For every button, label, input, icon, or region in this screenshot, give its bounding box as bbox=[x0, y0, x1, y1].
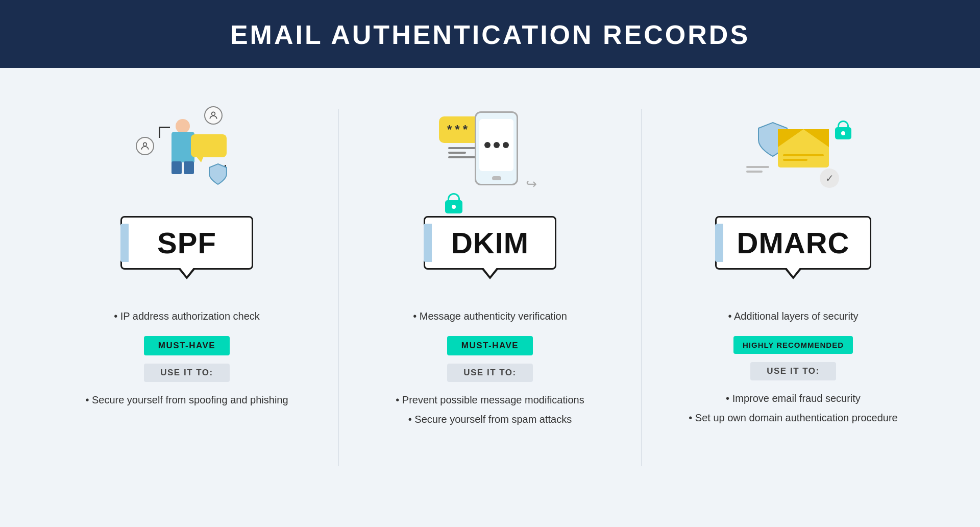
dot-1 bbox=[484, 142, 491, 148]
card-spf: SPF • IP address authorization check MUS… bbox=[41, 93, 333, 421]
dkim-use-it-to: USE IT TO: bbox=[447, 364, 532, 382]
dkim-description: • Message authenticity verification bbox=[413, 308, 567, 324]
dmarc-label: DMARC bbox=[737, 226, 850, 259]
avatar-icon bbox=[204, 106, 223, 125]
dkim-label: DKIM bbox=[451, 226, 529, 259]
bracket-tl-icon bbox=[159, 127, 170, 138]
spf-badge: MUST-HAVE bbox=[144, 336, 230, 355]
spf-label: SPF bbox=[157, 226, 216, 259]
dot-3 bbox=[503, 142, 509, 148]
dmarc-use-items: • Improve email fraud security • Set up … bbox=[689, 388, 898, 428]
dmarc-label-box: DMARC bbox=[715, 216, 872, 270]
label-accent bbox=[120, 224, 129, 262]
svg-point-1 bbox=[143, 142, 147, 146]
spf-use-it-to: USE IT TO: bbox=[144, 364, 229, 382]
speech-bubble-yellow bbox=[191, 134, 227, 157]
svg-point-0 bbox=[212, 112, 215, 115]
envelope-icon bbox=[778, 129, 829, 167]
dmarc-badge: HIGHLY RECOMMENDED bbox=[733, 336, 853, 354]
phone-shape bbox=[475, 111, 518, 185]
spf-label-box: SPF bbox=[120, 216, 253, 270]
dmarc-use-item-1: • Improve email fraud security bbox=[689, 390, 898, 407]
checkmark-circle-icon: ✓ bbox=[820, 169, 839, 188]
spf-use-item-1: • Secure yourself from spoofing and phis… bbox=[85, 391, 288, 409]
dmarc-description: • Additional layers of security bbox=[728, 308, 859, 324]
label-accent-dkim bbox=[424, 224, 432, 262]
person-legs bbox=[172, 161, 182, 174]
dkim-use-item-1: • Prevent possible message modifications bbox=[396, 391, 584, 409]
avatar-icon-2 bbox=[136, 137, 154, 155]
dkim-illustration: *** bbox=[434, 104, 546, 201]
lines-decoration bbox=[448, 145, 476, 161]
lines-deco-dmarc bbox=[746, 163, 769, 175]
label-accent-dmarc bbox=[715, 224, 723, 262]
divider-1 bbox=[338, 109, 339, 466]
spf-illustration bbox=[131, 104, 243, 201]
phone-home-button bbox=[492, 176, 501, 180]
check-arrow-icon: ↩ bbox=[526, 176, 537, 192]
divider-2 bbox=[641, 109, 642, 466]
dkim-use-items: • Prevent possible message modifications… bbox=[396, 389, 584, 430]
dkim-badge: MUST-HAVE bbox=[447, 336, 533, 355]
card-dmarc: ✓ DMARC • Additional layers of security … bbox=[647, 93, 939, 439]
dot-2 bbox=[494, 142, 500, 148]
main-content: SPF • IP address authorization check MUS… bbox=[0, 68, 980, 502]
phone-screen bbox=[479, 119, 513, 171]
card-dkim: *** bbox=[344, 93, 636, 440]
dmarc-illustration: ✓ bbox=[737, 104, 849, 201]
page-title: EMAIL AUTHENTICATION RECORDS bbox=[0, 19, 980, 50]
person-legs-2 bbox=[184, 161, 194, 174]
shield-icon bbox=[208, 163, 228, 185]
page-header: EMAIL AUTHENTICATION RECORDS bbox=[0, 0, 980, 68]
dmarc-use-item-2: • Set up own domain authentication proce… bbox=[689, 409, 898, 426]
spf-description: • IP address authorization check bbox=[114, 308, 260, 324]
dkim-use-item-2: • Secure yourself from spam attacks bbox=[396, 411, 584, 428]
dkim-label-box: DKIM bbox=[424, 216, 556, 270]
person-head bbox=[176, 119, 190, 133]
dmarc-use-it-to: USE IT TO: bbox=[750, 362, 836, 380]
spf-use-items: • Secure yourself from spoofing and phis… bbox=[85, 389, 288, 411]
